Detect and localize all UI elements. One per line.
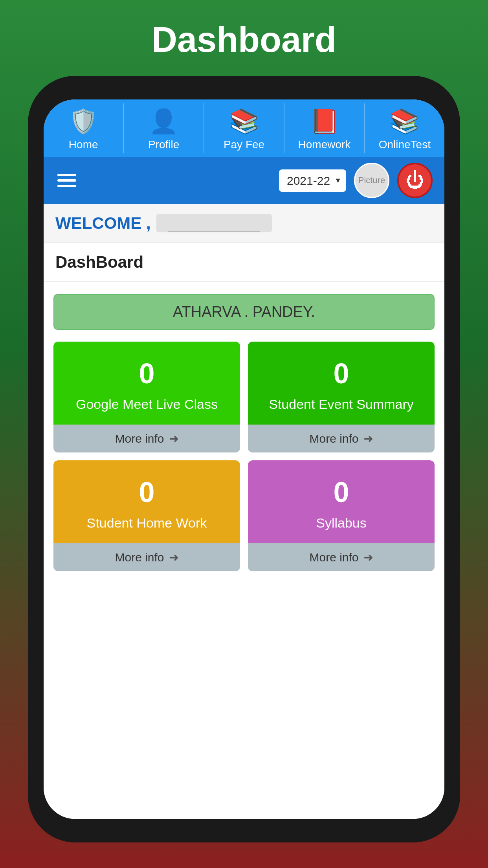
nav-item-home[interactable]: 🛡️ Home xyxy=(44,99,123,157)
welcome-bar: WELCOME , __________ xyxy=(44,204,444,243)
more-info-arrow-syllabus: ➜ xyxy=(363,550,373,564)
page-title: Dashboard xyxy=(0,20,488,60)
card-label-student-event: Student Event Summary xyxy=(269,395,414,413)
dashboard-title: DashBoard xyxy=(44,243,444,282)
card-body-syllabus: 0 Syllabus xyxy=(248,460,435,543)
hamburger-line-1 xyxy=(57,174,76,176)
card-body-google-meet: 0 Google Meet Live Class xyxy=(53,342,240,425)
student-name-bar: ATHARVA . PANDEY. xyxy=(53,294,435,330)
online-test-nav-icon: 📚 xyxy=(390,107,419,135)
pay-fee-nav-icon: 📚 xyxy=(229,107,259,135)
home-nav-icon: 🛡️ xyxy=(69,107,98,135)
home-nav-label: Home xyxy=(69,138,98,151)
card-more-info-syllabus[interactable]: More info ➜ xyxy=(248,543,435,571)
hamburger-line-3 xyxy=(57,185,76,187)
card-more-info-student-event[interactable]: More info ➜ xyxy=(248,425,435,452)
more-info-arrow-student-homework: ➜ xyxy=(169,550,179,564)
card-more-info-student-homework[interactable]: More info ➜ xyxy=(53,543,240,571)
card-number-google-meet: 0 xyxy=(139,357,154,390)
card-google-meet: 0 Google Meet Live Class More info ➜ xyxy=(53,342,240,452)
power-button[interactable]: ⏻ xyxy=(397,163,433,198)
card-label-student-homework: Student Home Work xyxy=(87,514,207,531)
more-info-text-syllabus: More info xyxy=(309,551,358,564)
more-info-text-google-meet: More info xyxy=(115,432,164,445)
card-more-info-google-meet[interactable]: More info ➜ xyxy=(53,425,240,452)
cards-grid: 0 Google Meet Live Class More info ➜ 0 S… xyxy=(44,338,444,575)
card-number-student-event: 0 xyxy=(333,357,349,390)
card-body-student-event: 0 Student Event Summary xyxy=(248,342,435,425)
hamburger-line-2 xyxy=(57,179,76,182)
welcome-text: WELCOME , xyxy=(55,214,151,232)
card-number-syllabus: 0 xyxy=(333,476,349,508)
main-content: WELCOME , __________ DashBoard ATHARVA .… xyxy=(44,204,444,819)
profile-nav-icon: 👤 xyxy=(149,107,178,135)
card-syllabus: 0 Syllabus More info ➜ xyxy=(248,460,435,571)
card-number-student-homework: 0 xyxy=(139,476,154,508)
power-icon: ⏻ xyxy=(405,171,424,190)
toolbar: 2021-222020-212019-20 Picture ⏻ xyxy=(44,157,444,204)
more-info-arrow-student-event: ➜ xyxy=(363,432,373,445)
year-select[interactable]: 2021-222020-212019-20 xyxy=(279,169,346,192)
phone-screen: 🛡️ Home 👤 Profile 📚 Pay Fee 📕 Homework 📚… xyxy=(44,99,444,819)
pay-fee-nav-label: Pay Fee xyxy=(224,138,264,151)
year-select-wrapper: 2021-222020-212019-20 xyxy=(279,169,346,192)
homework-nav-icon: 📕 xyxy=(310,107,339,135)
card-student-homework: 0 Student Home Work More info ➜ xyxy=(53,460,240,571)
hamburger-menu[interactable] xyxy=(55,172,78,189)
nav-bar: 🛡️ Home 👤 Profile 📚 Pay Fee 📕 Homework 📚… xyxy=(44,99,444,157)
card-label-google-meet: Google Meet Live Class xyxy=(76,395,218,413)
nav-item-homework[interactable]: 📕 Homework xyxy=(284,99,364,157)
card-body-student-homework: 0 Student Home Work xyxy=(53,460,240,543)
phone-container: 🛡️ Home 👤 Profile 📚 Pay Fee 📕 Homework 📚… xyxy=(28,76,460,842)
profile-picture-button[interactable]: Picture xyxy=(354,163,389,198)
more-info-text-student-homework: More info xyxy=(115,551,164,564)
nav-item-profile[interactable]: 👤 Profile xyxy=(124,99,203,157)
more-info-arrow-google-meet: ➜ xyxy=(169,432,179,445)
card-student-event: 0 Student Event Summary More info ➜ xyxy=(248,342,435,452)
homework-nav-label: Homework xyxy=(298,138,351,151)
profile-nav-label: Profile xyxy=(148,138,179,151)
nav-item-pay-fee[interactable]: 📚 Pay Fee xyxy=(204,99,284,157)
card-label-syllabus: Syllabus xyxy=(316,514,367,531)
profile-pic-text: Picture xyxy=(358,175,385,186)
online-test-nav-label: OnlineTest xyxy=(379,138,431,151)
nav-item-online-test[interactable]: 📚 OnlineTest xyxy=(365,99,444,157)
more-info-text-student-event: More info xyxy=(309,432,358,445)
welcome-name-hidden: __________ xyxy=(156,214,272,232)
